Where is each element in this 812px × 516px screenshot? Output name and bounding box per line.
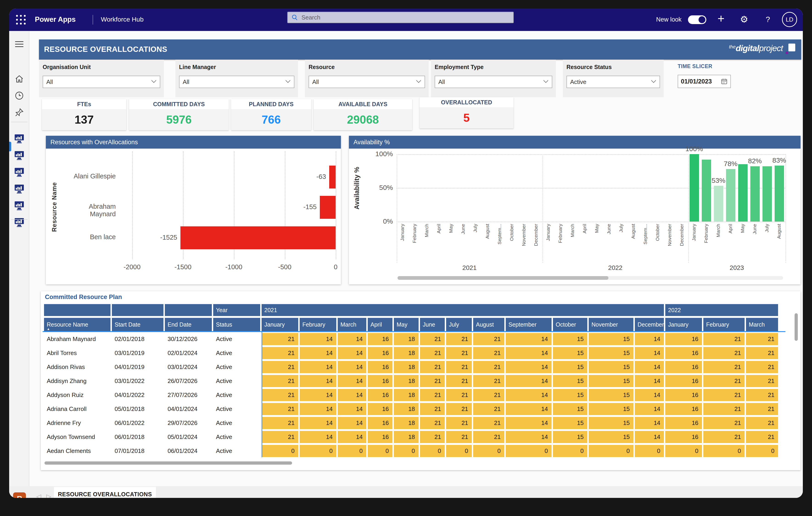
history-clock-icon[interactable]: [14, 91, 24, 101]
month-value-cell[interactable]: 0: [665, 445, 702, 457]
filter-dropdown-resource[interactable]: All: [309, 76, 425, 88]
add-icon[interactable]: +: [718, 12, 724, 25]
year-header-2022[interactable]: 2022: [665, 304, 778, 316]
month-value-cell[interactable]: 21: [473, 389, 504, 401]
month-value-cell[interactable]: 14: [635, 333, 664, 345]
month-value-cell[interactable]: 14: [635, 403, 664, 415]
month-value-cell[interactable]: 15: [589, 375, 633, 387]
end-date-cell[interactable]: 26/07/2026: [165, 375, 212, 387]
column-header-2021-september[interactable]: September: [506, 318, 552, 331]
resource-name-cell[interactable]: Addisyn Zhang: [44, 375, 111, 387]
month-value-cell[interactable]: 14: [338, 389, 366, 401]
chart-scrollbar-thumb[interactable]: [398, 276, 608, 280]
month-value-cell[interactable]: 14: [300, 375, 336, 387]
month-value-cell[interactable]: 21: [420, 375, 445, 387]
environment-name[interactable]: Workforce Hub: [101, 16, 144, 23]
month-value-cell[interactable]: 15: [553, 417, 587, 429]
report-app-icon[interactable]: R: [13, 492, 26, 498]
report-dashboard-icon-3-selected[interactable]: [14, 168, 24, 177]
month-value-cell[interactable]: 15: [553, 403, 587, 415]
month-value-cell[interactable]: 15: [589, 333, 633, 345]
month-value-cell[interactable]: 14: [635, 389, 664, 401]
start-date-cell[interactable]: 04/01/2022: [112, 389, 164, 401]
resource-name-cell[interactable]: Adriana Carroll: [44, 403, 111, 415]
month-value-cell[interactable]: 15: [553, 361, 587, 373]
report-dashboard-icon-2[interactable]: [14, 151, 24, 161]
status-cell[interactable]: Active: [213, 403, 260, 415]
start-date-cell[interactable]: 02/01/2018: [112, 333, 164, 345]
month-value-cell[interactable]: 15: [553, 347, 587, 359]
column-header-status[interactable]: Status: [213, 318, 260, 331]
month-value-cell[interactable]: 14: [635, 347, 664, 359]
search-input[interactable]: [301, 14, 497, 21]
month-value-cell[interactable]: 15: [589, 361, 633, 373]
month-value-cell[interactable]: 14: [338, 333, 366, 345]
month-value-cell[interactable]: 14: [506, 361, 552, 373]
month-value-cell[interactable]: 14: [506, 389, 552, 401]
month-value-cell[interactable]: 18: [394, 333, 418, 345]
resource-name-cell[interactable]: Abraham Maynard: [44, 333, 111, 345]
month-value-cell[interactable]: 21: [262, 347, 298, 359]
bar-ben-lace[interactable]: [180, 226, 336, 249]
status-cell[interactable]: Active: [213, 445, 260, 457]
month-value-cell[interactable]: 14: [506, 403, 552, 415]
month-value-cell[interactable]: 14: [338, 403, 366, 415]
month-value-cell[interactable]: 16: [665, 333, 702, 345]
month-value-cell[interactable]: 0: [746, 445, 778, 457]
month-value-cell[interactable]: 14: [338, 347, 366, 359]
column-header-2021-november[interactable]: November: [589, 318, 633, 331]
home-icon[interactable]: [14, 74, 24, 84]
status-cell[interactable]: Active: [213, 375, 260, 387]
column-header-2022-march[interactable]: March: [746, 318, 778, 331]
month-value-cell[interactable]: 21: [446, 375, 472, 387]
end-date-cell[interactable]: 30/12/2026: [165, 333, 212, 345]
column-header-start-date[interactable]: Start Date: [112, 318, 164, 331]
month-value-cell[interactable]: 18: [394, 375, 418, 387]
month-value-cell[interactable]: 21: [446, 347, 472, 359]
month-value-cell[interactable]: 21: [262, 417, 298, 429]
month-value-cell[interactable]: 15: [553, 431, 587, 443]
month-value-cell[interactable]: 0: [338, 445, 366, 457]
time-slicer-date-field[interactable]: 01/01/2023: [678, 75, 731, 88]
month-value-cell[interactable]: 21: [446, 431, 472, 443]
month-value-cell[interactable]: 21: [746, 347, 778, 359]
month-value-cell[interactable]: 0: [446, 445, 472, 457]
month-value-cell[interactable]: 16: [665, 417, 702, 429]
bar-abraham-maynard[interactable]: [320, 196, 336, 219]
status-cell[interactable]: Active: [213, 333, 260, 345]
month-value-cell[interactable]: 14: [300, 333, 336, 345]
month-value-cell[interactable]: 16: [368, 333, 393, 345]
month-value-cell[interactable]: 14: [635, 361, 664, 373]
column-header-2021-april[interactable]: April: [368, 318, 393, 331]
end-date-cell[interactable]: 04/01/2024: [165, 403, 212, 415]
month-value-cell[interactable]: 21: [746, 361, 778, 373]
month-value-cell[interactable]: 21: [420, 417, 445, 429]
month-value-cell[interactable]: 16: [368, 347, 393, 359]
month-value-cell[interactable]: 14: [635, 375, 664, 387]
month-value-cell[interactable]: 18: [394, 417, 418, 429]
start-date-cell[interactable]: 06/01/2022: [112, 417, 164, 429]
month-value-cell[interactable]: 14: [506, 431, 552, 443]
month-value-cell[interactable]: 21: [262, 361, 298, 373]
resource-name-cell[interactable]: Addison Rivas: [44, 361, 111, 373]
month-value-cell[interactable]: 21: [703, 417, 745, 429]
report-dashboard-icon-1[interactable]: [14, 134, 24, 144]
hamburger-menu-icon[interactable]: [15, 41, 23, 49]
month-value-cell[interactable]: 21: [703, 333, 745, 345]
resource-name-cell[interactable]: Abril Torres: [44, 347, 111, 359]
start-date-cell[interactable]: 03/01/2022: [112, 375, 164, 387]
month-value-cell[interactable]: 14: [300, 403, 336, 415]
month-value-cell[interactable]: 0: [262, 445, 298, 457]
availability-bar-february-2023[interactable]: [702, 160, 711, 222]
month-value-cell[interactable]: 15: [589, 389, 633, 401]
pin-icon[interactable]: [14, 108, 24, 117]
month-value-cell[interactable]: 16: [665, 389, 702, 401]
month-value-cell[interactable]: 21: [446, 403, 472, 415]
month-value-cell[interactable]: 0: [368, 445, 393, 457]
month-value-cell[interactable]: 15: [589, 347, 633, 359]
month-value-cell[interactable]: 21: [446, 417, 472, 429]
status-cell[interactable]: Active: [213, 347, 260, 359]
month-value-cell[interactable]: 0: [506, 445, 552, 457]
month-value-cell[interactable]: 0: [420, 445, 445, 457]
column-header-2021-may[interactable]: May: [394, 318, 418, 331]
